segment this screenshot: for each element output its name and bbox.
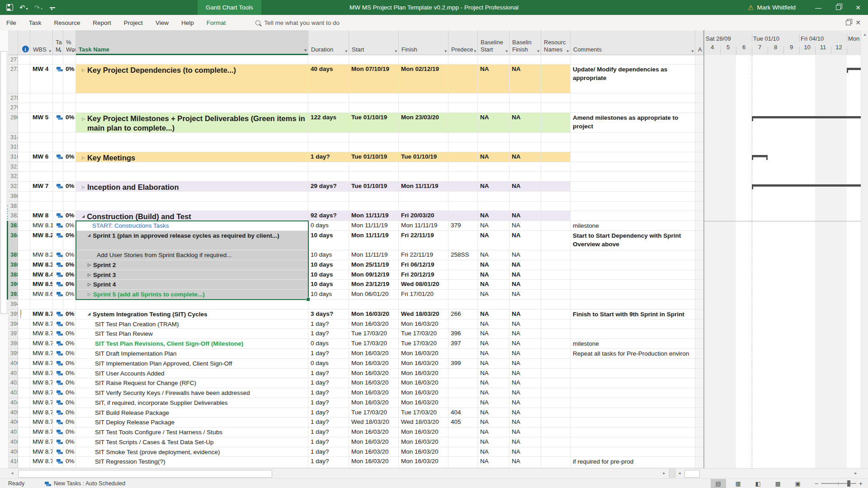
collapse-arrow-icon[interactable]: ◢ bbox=[88, 312, 90, 316]
indicator-cell[interactable] bbox=[18, 221, 30, 231]
cell-baseline-start[interactable]: NA bbox=[478, 290, 509, 300]
cell-task-mode[interactable] bbox=[53, 94, 63, 103]
cell-resource-names[interactable] bbox=[541, 221, 571, 231]
cell-start[interactable]: Mon 16/03/20 bbox=[349, 447, 399, 457]
cell-comments[interactable] bbox=[571, 319, 695, 329]
chart-scroll-right-icon[interactable]: ► bbox=[852, 469, 860, 477]
cell-baseline-finish[interactable]: NA bbox=[509, 280, 541, 290]
row-number[interactable]: 383 bbox=[8, 221, 18, 231]
cell-task-mode[interactable]: ➜ bbox=[53, 359, 63, 369]
cell-predecessors[interactable] bbox=[448, 55, 478, 65]
cell-task-name[interactable]: ▷Sprint 3 bbox=[76, 270, 308, 280]
indicator-cell[interactable] bbox=[18, 378, 30, 388]
cell-predecessors[interactable] bbox=[448, 457, 478, 468]
cell-finish[interactable] bbox=[399, 300, 448, 310]
indicator-cell[interactable] bbox=[18, 231, 30, 250]
cell-wbs[interactable]: MW 8 bbox=[30, 211, 53, 221]
cell-predecessors[interactable] bbox=[448, 260, 478, 270]
cell-percent-work[interactable]: 0% bbox=[63, 113, 76, 133]
cell-baseline-start[interactable]: NA bbox=[478, 270, 509, 280]
new-tasks-mode[interactable]: ➜ New Tasks : Auto Scheduled bbox=[43, 480, 125, 487]
expand-arrow-icon[interactable]: ▷ bbox=[82, 185, 85, 189]
filter-icon[interactable]: ▾ bbox=[505, 49, 508, 53]
indicator-cell[interactable] bbox=[18, 103, 30, 113]
indicator-cell[interactable] bbox=[18, 408, 30, 418]
cell-finish[interactable]: Mon 16/03/20 bbox=[399, 437, 448, 447]
cell-finish[interactable]: Mon 16/03/20 bbox=[399, 447, 448, 457]
column-header-finish[interactable]: Finish▾ bbox=[399, 30, 448, 55]
indicator-cell[interactable] bbox=[18, 162, 30, 172]
cell-finish[interactable]: Wed 18/03/20 bbox=[399, 310, 448, 319]
cell-add-new-column[interactable] bbox=[695, 290, 703, 300]
cell-finish[interactable]: Wed 18/03/20 bbox=[399, 418, 448, 427]
expand-arrow-icon[interactable]: ▷ bbox=[88, 263, 91, 267]
cell-comments[interactable] bbox=[571, 250, 695, 260]
cell-comments[interactable] bbox=[571, 447, 695, 457]
cell-baseline-start[interactable] bbox=[478, 202, 509, 211]
indicator-cell[interactable] bbox=[18, 133, 30, 142]
cell-task-mode[interactable] bbox=[53, 133, 63, 142]
cell-comments[interactable] bbox=[571, 378, 695, 388]
cell-wbs[interactable]: MW 8.2.1 bbox=[30, 250, 53, 260]
zoom-thumb[interactable] bbox=[847, 480, 850, 487]
cell-wbs[interactable]: MW 8.7.2 bbox=[30, 329, 53, 339]
cell-duration[interactable]: 10 days bbox=[308, 231, 349, 250]
cell-baseline-start[interactable]: NA bbox=[478, 250, 509, 260]
cell-duration[interactable]: 10 days bbox=[308, 280, 349, 290]
cell-baseline-finish[interactable] bbox=[509, 300, 541, 310]
cell-finish[interactable]: Fri 17/01/20 bbox=[399, 290, 448, 300]
row-number[interactable]: 395 bbox=[8, 310, 18, 319]
cell-predecessors[interactable] bbox=[448, 133, 478, 142]
row-number[interactable]: 385 bbox=[8, 250, 18, 260]
cell-predecessors[interactable] bbox=[448, 103, 478, 113]
filter-icon[interactable]: ▾ bbox=[444, 49, 447, 53]
cell-wbs[interactable] bbox=[30, 103, 53, 113]
cell-task-mode[interactable] bbox=[53, 172, 63, 182]
cell-baseline-start[interactable]: NA bbox=[478, 427, 509, 437]
cell-predecessors[interactable] bbox=[448, 142, 478, 152]
table-scroll-right-icon[interactable]: ► bbox=[660, 469, 668, 477]
cell-baseline-start[interactable]: NA bbox=[478, 339, 509, 349]
column-header-pred[interactable]: Predece▾ bbox=[448, 30, 478, 55]
row-number[interactable]: 280 bbox=[8, 113, 18, 133]
cell-wbs[interactable]: MW 8.1 bbox=[30, 221, 53, 231]
cell-predecessors[interactable] bbox=[448, 388, 478, 398]
tab-report[interactable]: Report bbox=[86, 19, 118, 26]
cell-resource-names[interactable] bbox=[541, 211, 571, 221]
cell-duration[interactable]: 1 day? bbox=[308, 398, 349, 408]
cell-start[interactable] bbox=[349, 142, 399, 152]
cell-baseline-finish[interactable] bbox=[509, 103, 541, 113]
cell-add-new-column[interactable] bbox=[695, 408, 703, 418]
restore-button[interactable] bbox=[828, 0, 848, 15]
cell-comments[interactable] bbox=[571, 369, 695, 378]
cell-task-name[interactable]: SIT, if required, incorporate Supplier D… bbox=[76, 398, 308, 408]
cell-finish[interactable] bbox=[399, 142, 448, 152]
cell-duration[interactable]: 3 days? bbox=[308, 310, 349, 319]
cell-resource-names[interactable] bbox=[541, 182, 571, 192]
cell-duration[interactable]: 1 day? bbox=[308, 152, 349, 162]
cell-resource-names[interactable] bbox=[541, 113, 571, 133]
cell-baseline-start[interactable]: NA bbox=[478, 231, 509, 250]
cell-resource-names[interactable] bbox=[541, 133, 571, 142]
cell-duration[interactable] bbox=[308, 133, 349, 142]
row-number[interactable]: 272 bbox=[8, 65, 18, 94]
cell-predecessors[interactable]: 397 bbox=[448, 339, 478, 349]
column-header-res[interactable]: ResourcNames▾ bbox=[541, 30, 571, 55]
cell-task-name[interactable]: SIT Test Scripts / Cases & Test Data Set… bbox=[76, 437, 308, 447]
cell-comments[interactable] bbox=[571, 172, 695, 182]
cell-duration[interactable] bbox=[308, 162, 349, 172]
cell-baseline-finish[interactable] bbox=[509, 162, 541, 172]
cell-finish[interactable]: Fri 22/11/19 bbox=[399, 231, 448, 250]
column-header-pct[interactable]: %Wor▾ bbox=[63, 30, 76, 55]
cell-percent-work[interactable] bbox=[63, 103, 76, 113]
indicator-cell[interactable] bbox=[18, 310, 30, 319]
cell-start[interactable]: Tue 17/03/20 bbox=[349, 339, 399, 349]
cell-comments[interactable] bbox=[571, 388, 695, 398]
row-number[interactable]: 271 bbox=[8, 55, 18, 65]
cell-wbs[interactable]: MW 8.7.13 bbox=[30, 437, 53, 447]
cell-baseline-start[interactable] bbox=[478, 162, 509, 172]
cell-task-name[interactable] bbox=[76, 133, 308, 142]
close-button[interactable]: ✕ bbox=[848, 0, 868, 15]
expand-arrow-icon[interactable]: ▷ bbox=[88, 272, 91, 277]
cell-resource-names[interactable] bbox=[541, 339, 571, 349]
